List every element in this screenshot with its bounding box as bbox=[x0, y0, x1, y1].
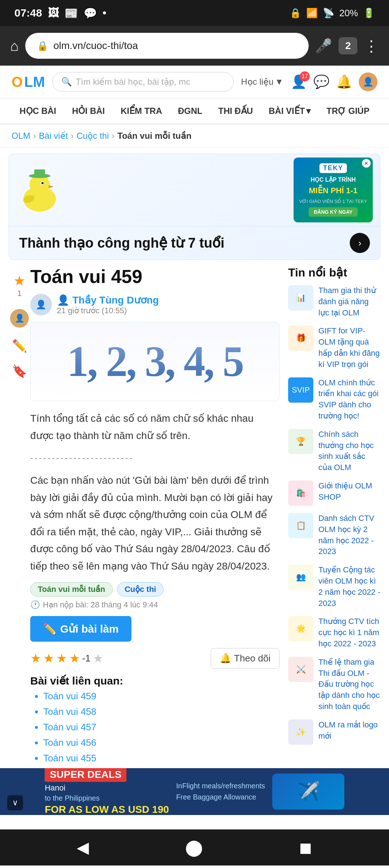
star-rating[interactable]: ★ ★ ★ ★ -1 ★ bbox=[30, 651, 103, 665]
microphone-button[interactable]: 🎤 bbox=[315, 38, 332, 54]
related-section: Bài viết liên quan: Toán vui 459 Toán vu… bbox=[30, 674, 280, 764]
browser-bar: ⌂ 🔒 olm.vn/cuoc-thi/toa 🎤 2 ⋮ bbox=[0, 26, 389, 66]
bell-small-icon: 🔔 bbox=[220, 653, 231, 664]
nav-kiem-tra[interactable]: KIỂM TRA bbox=[113, 98, 170, 124]
breadcrumb-sep1: › bbox=[33, 131, 36, 141]
teky-ad-box[interactable]: ✕ TEKY HỌC LẬP TRÌNH MIỄN PHÍ 1-1 VỚI GI… bbox=[294, 158, 373, 222]
ad-title-text: Thành thạo công nghệ từ 7 tuổi bbox=[19, 235, 224, 251]
dang-ky-ngay-button[interactable]: ĐĂNG KÝ NGAY bbox=[309, 207, 358, 217]
nav-hoi-bai[interactable]: HỎI BÀI bbox=[64, 98, 113, 124]
user-avatar-side[interactable]: 👤 bbox=[10, 309, 29, 328]
olm-header: OLM 🔍 Tìm kiếm bài học, bài tập, mc Học … bbox=[0, 66, 389, 98]
search-box[interactable]: 🔍 Tìm kiếm bài học, bài tập, mc bbox=[52, 72, 234, 92]
bottom-ad-features: InFlight meals/refreshments Free Baggage… bbox=[176, 782, 265, 801]
olm-logo[interactable]: OLM bbox=[12, 74, 45, 90]
header-icons: 👤17 💬 🔔 👤 bbox=[291, 72, 377, 91]
tag-cuoc-thi[interactable]: Cuộc thi bbox=[117, 582, 164, 597]
nav-bai-viet[interactable]: BÀI VIẾT ▾ bbox=[261, 98, 318, 124]
bottom-ad-price: FOR AS LOW AS USD 190 bbox=[45, 804, 169, 815]
author-avatar-icon: 👤 bbox=[36, 300, 46, 310]
ad-banner: ✕ TEKY HỌC LẬP TRÌNH MIỄN PHÍ 1-1 VỚI GI… bbox=[9, 154, 380, 260]
user-avatar[interactable]: 👤 bbox=[359, 72, 377, 91]
url-text: olm.vn/cuoc-thi/toa bbox=[53, 40, 297, 52]
battery-icon: 🔋 bbox=[363, 8, 375, 19]
sidebar-thumb-9: ⚔️ bbox=[288, 657, 313, 682]
teacher-text: VỚI GIÁO VIÊN SỐ 1 TẠI TEKY bbox=[299, 199, 367, 204]
sidebar-item-3[interactable]: SVIP OLM chính thức triển khai các gói S… bbox=[288, 377, 380, 422]
submit-button[interactable]: ✏️ Gửi bài làm bbox=[30, 616, 131, 642]
feature-2: Free Baggage Allowance bbox=[176, 793, 265, 801]
breadcrumb: OLM › Bài viết › Cuộc thi › Toán vui mỗi… bbox=[0, 124, 389, 148]
sidebar-item-9[interactable]: ⚔️ Thể lệ tham gia Thi đấu OLM - Đấu trư… bbox=[288, 657, 380, 712]
sidebar-text-10: OLM ra mắt logo mới bbox=[318, 719, 380, 742]
sidebar-item-7[interactable]: 👥 Tuyển Cộng tác viên OLM học kì 2 năm h… bbox=[288, 564, 380, 609]
related-item-3[interactable]: Toán vui 457 bbox=[43, 722, 280, 733]
article-area: Toán vui 459 👤 👤 Thầy Tùng Dương 21 giờ … bbox=[30, 266, 280, 768]
url-bar[interactable]: 🔒 olm.vn/cuoc-thi/toa bbox=[25, 33, 309, 59]
breadcrumb-cuoc-thi[interactable]: Cuộc thi bbox=[76, 131, 109, 141]
nav-tro-giup[interactable]: TRỢ GIÚP bbox=[318, 98, 377, 124]
follow-button[interactable]: 🔔 Theo dõi bbox=[211, 648, 280, 669]
sidebar-text-8: Thưởng CTV tích cực học kì 1 năm học 202… bbox=[318, 616, 380, 649]
home-button[interactable]: ⌂ bbox=[10, 38, 19, 54]
home-nav-button[interactable]: ⬤ bbox=[185, 838, 203, 856]
author-avatar[interactable]: 👤 bbox=[30, 294, 52, 315]
related-item-1[interactable]: Toán vui 459 bbox=[43, 691, 280, 702]
photo-icon: 🖼 bbox=[48, 7, 59, 19]
ad-next-button[interactable]: › bbox=[350, 233, 370, 253]
deadline-row: 🕐 Hạn nộp bài: 28 tháng 4 lúc 9:44 bbox=[30, 600, 280, 610]
sidebar-item-4[interactable]: 🏆 Chính sách thưởng cho học sinh xuất sắ… bbox=[288, 429, 380, 473]
side-avatar: 👤 bbox=[10, 309, 29, 328]
bookmark-icon[interactable]: 🔖 bbox=[12, 364, 27, 378]
nav-bar: HỌC BÀI HỎI BÀI KIỂM TRA ĐGNL THI ĐẤU BÀ… bbox=[0, 98, 389, 124]
search-icon: 🔍 bbox=[61, 77, 72, 87]
star-5: ★ bbox=[93, 651, 103, 665]
star-action[interactable]: ★ 1 bbox=[13, 273, 26, 298]
hoc-lieu-button[interactable]: Học liệu ▼ bbox=[241, 77, 283, 87]
bell-button[interactable]: 🔔 bbox=[336, 74, 352, 89]
sidebar-item-6[interactable]: 📋 Danh sách CTV OLM học kỳ 2 năm học 202… bbox=[288, 513, 380, 557]
author-info: 👤 Thầy Tùng Dương 21 giờ trước (10:55) bbox=[57, 294, 159, 315]
bottom-ad-image: ✈️ bbox=[272, 774, 344, 810]
sidebar-item-1[interactable]: 📊 Tham gia thi thử đánh giá năng lực tại… bbox=[288, 285, 380, 318]
edit-icon[interactable]: ✏️ bbox=[12, 338, 27, 353]
back-button[interactable]: ◀ bbox=[77, 838, 89, 856]
breadcrumb-bai-viet[interactable]: Bài viết bbox=[39, 131, 68, 141]
author-row: 👤 👤 Thầy Tùng Dương 21 giờ trước (10:55) bbox=[30, 294, 280, 315]
chevron-down-icon: ▼ bbox=[275, 77, 283, 87]
body-paragraph-1: Tính tổng tất cả các số có năm chữ số kh… bbox=[30, 410, 280, 444]
sidebar-thumb-7: 👥 bbox=[288, 564, 313, 590]
related-item-5[interactable]: Toán vui 455 bbox=[43, 753, 280, 764]
notifications-button[interactable]: 👤17 bbox=[291, 74, 307, 89]
related-item-4[interactable]: Toán vui 456 bbox=[43, 737, 280, 748]
recents-button[interactable]: ◼ bbox=[299, 838, 312, 856]
duck-illustration bbox=[9, 167, 74, 213]
related-item-2[interactable]: Toán vui 458 bbox=[43, 706, 280, 717]
nav-thi-dau[interactable]: THI ĐẤU bbox=[210, 98, 261, 124]
tag-toan-vui[interactable]: Toán vui mỗi tuần bbox=[30, 582, 113, 597]
ad-close-button[interactable]: ✕ bbox=[362, 159, 371, 168]
tab-count[interactable]: 2 bbox=[339, 37, 357, 54]
teacher-icon: 👤 bbox=[57, 294, 70, 306]
star-2: ★ bbox=[43, 651, 54, 665]
author-name-text[interactable]: 👤 Thầy Tùng Dương bbox=[57, 294, 159, 306]
star-icon: ★ bbox=[13, 273, 26, 289]
sidebar-thumb-2: 🎁 bbox=[288, 326, 313, 351]
sidebar-item-5[interactable]: 🛍️ Giới thiệu OLM SHOP bbox=[288, 480, 380, 506]
sidebar-text-3: OLM chính thức triển khai các gói SVIP d… bbox=[318, 377, 380, 422]
bottom-navigation: ◀ ⬤ ◼ bbox=[0, 829, 389, 865]
tags-row: Toán vui mỗi tuần Cuộc thi bbox=[30, 582, 280, 597]
messenger-icon: 💬 bbox=[84, 7, 97, 19]
clock-icon: 🕐 bbox=[30, 600, 40, 610]
browser-menu-button[interactable]: ⋮ bbox=[364, 37, 379, 55]
breadcrumb-olm[interactable]: OLM bbox=[12, 131, 30, 141]
sidebar-item-2[interactable]: 🎁 GIFT for VIP- OLM tặng quà hấp dẫn khi… bbox=[288, 326, 380, 370]
nav-hoc-bai[interactable]: HỌC BÀI bbox=[12, 98, 64, 124]
breadcrumb-sep3: › bbox=[112, 131, 115, 141]
hoc-lap-trinh-text: HỌC LẬP TRÌNH bbox=[310, 176, 356, 183]
sidebar-item-10[interactable]: ✨ OLM ra mắt logo mới bbox=[288, 719, 380, 745]
left-action-bar: ★ 1 👤 ✏️ 🔖 bbox=[9, 266, 30, 768]
chat-button[interactable]: 💬 bbox=[313, 74, 330, 89]
nav-dgnl[interactable]: ĐGNL bbox=[170, 98, 210, 124]
sidebar-item-8[interactable]: 🌟 Thưởng CTV tích cực học kì 1 năm học 2… bbox=[288, 616, 380, 649]
